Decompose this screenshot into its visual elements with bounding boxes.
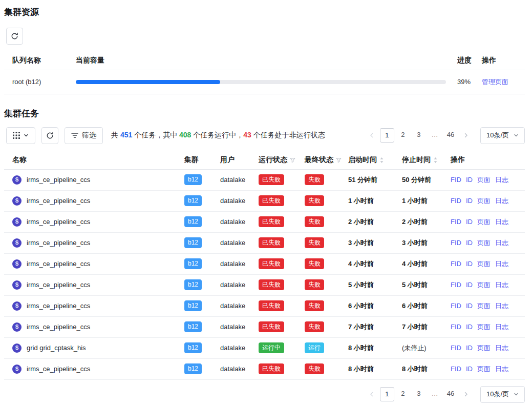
filter-button-label: 筛选: [82, 131, 96, 140]
row-action-link[interactable]: 日志: [495, 301, 508, 311]
page-button-46[interactable]: 46: [443, 128, 458, 143]
next-page-button[interactable]: [459, 388, 473, 401]
cluster-resources-section: 集群资源 队列名称 当前容量 进度 操作 root (b12) 39% 管理页面: [4, 6, 525, 94]
row-action-link[interactable]: FID: [451, 196, 461, 206]
pagination-pages: 123…46: [380, 128, 458, 143]
row-action-link[interactable]: 页面: [477, 280, 491, 290]
task-name: irms_ce_pipeline_ccs: [27, 364, 90, 374]
avatar: S: [12, 364, 22, 374]
prev-page-button[interactable]: [365, 129, 378, 142]
row-action-link[interactable]: 日志: [495, 343, 508, 353]
row-action-link[interactable]: 日志: [495, 238, 508, 248]
run-status-tag: 已失败: [259, 300, 284, 311]
row-action-link[interactable]: ID: [466, 322, 473, 332]
row-action-link[interactable]: FID: [451, 238, 461, 248]
tasks-refresh-button[interactable]: [41, 127, 58, 144]
row-actions: FIDID页面日志: [451, 322, 525, 332]
row-action-link[interactable]: 页面: [477, 175, 491, 185]
row-action-link[interactable]: ID: [466, 259, 473, 269]
row-action-link[interactable]: ID: [466, 301, 473, 311]
row-action-link[interactable]: 日志: [495, 364, 508, 374]
row-action-link[interactable]: ID: [466, 280, 473, 290]
row-action-link[interactable]: FID: [451, 322, 461, 332]
row-action-link[interactable]: 页面: [477, 301, 491, 311]
row-action-link[interactable]: FID: [451, 175, 461, 185]
row-action-link[interactable]: FID: [451, 364, 461, 374]
row-action-link[interactable]: 日志: [495, 196, 508, 206]
row-action-link[interactable]: 日志: [495, 217, 508, 227]
table-row: S irms_ce_pipeline_ccs b12 datalake 已失败 …: [4, 233, 525, 254]
stop-time: 1 小时前: [402, 196, 451, 206]
resources-refresh-button[interactable]: [6, 28, 23, 45]
row-action-link[interactable]: ID: [466, 175, 473, 185]
next-page-button[interactable]: [459, 129, 473, 142]
start-time: 5 小时前: [348, 280, 402, 290]
cluster-cell: b12: [184, 321, 220, 332]
manage-page-link[interactable]: 管理页面: [482, 78, 508, 86]
row-action-link[interactable]: FID: [451, 343, 461, 353]
row-action-link[interactable]: FID: [451, 301, 461, 311]
row-action-link[interactable]: 日志: [495, 322, 508, 332]
user-cell: datalake: [220, 175, 259, 185]
task-name: grid grid_cptask_his: [27, 343, 86, 353]
page-button-2[interactable]: 2: [396, 387, 410, 401]
summary-count-green: 408: [179, 131, 191, 139]
col-start-time: 启动时间: [348, 155, 402, 165]
cluster-tag: b12: [184, 195, 202, 206]
row-action-link[interactable]: 日志: [495, 175, 508, 185]
row-action-link[interactable]: ID: [466, 217, 473, 227]
prev-page-button[interactable]: [365, 388, 378, 401]
run-status-tag: 已失败: [259, 279, 284, 290]
row-action-link[interactable]: ID: [466, 196, 473, 206]
row-action-link[interactable]: 页面: [477, 217, 491, 227]
run-status-cell: 已失败: [259, 216, 305, 227]
page-button-2[interactable]: 2: [396, 128, 410, 143]
row-action-link[interactable]: 页面: [477, 259, 491, 269]
view-switch-button[interactable]: [6, 127, 35, 144]
cluster-resources-title: 集群资源: [4, 6, 525, 18]
cluster-cell: b12: [184, 300, 220, 311]
sort-icon[interactable]: [379, 157, 384, 164]
final-status-cell: 失败: [305, 216, 348, 227]
user-cell: datalake: [220, 280, 259, 290]
page-size-select[interactable]: 10条/页: [480, 127, 525, 144]
cluster-tag: b12: [184, 258, 202, 269]
col-final-status: 最终状态: [305, 155, 348, 165]
start-time: 8 小时前: [348, 364, 402, 374]
row-action-link[interactable]: 日志: [495, 280, 508, 290]
page-button-46[interactable]: 46: [443, 387, 458, 401]
final-status-cell: 失败: [305, 195, 348, 206]
row-action-link[interactable]: 页面: [477, 322, 491, 332]
row-action-link[interactable]: 页面: [477, 196, 491, 206]
row-action-link[interactable]: FID: [451, 280, 461, 290]
final-status-tag: 失败: [305, 195, 324, 206]
summary-text: 共: [111, 131, 120, 139]
funnel-icon[interactable]: [336, 157, 342, 163]
funnel-icon[interactable]: [290, 157, 295, 163]
page-size-select[interactable]: 10条/页: [480, 386, 525, 403]
row-action-link[interactable]: FID: [451, 217, 461, 227]
row-action-link[interactable]: 页面: [477, 238, 491, 248]
page-button-3[interactable]: 3: [412, 387, 426, 401]
row-action-link[interactable]: 页面: [477, 343, 491, 353]
page-button-3[interactable]: 3: [412, 128, 426, 143]
name-cell: S irms_ce_pipeline_ccs: [12, 175, 184, 185]
start-time: 3 小时前: [348, 238, 402, 248]
task-name: irms_ce_pipeline_ccs: [27, 217, 90, 227]
row-action-link[interactable]: 页面: [477, 364, 491, 374]
stop-time: 6 小时前: [402, 301, 451, 311]
run-status-tag: 已失败: [259, 216, 284, 227]
page-button-1[interactable]: 1: [380, 387, 394, 401]
final-status-tag: 失败: [305, 363, 324, 374]
stop-time: (未停止): [402, 343, 451, 353]
row-action-link[interactable]: FID: [451, 259, 461, 269]
row-action-link[interactable]: 日志: [495, 259, 508, 269]
refresh-icon: [11, 32, 18, 40]
row-action-link[interactable]: ID: [466, 343, 473, 353]
cluster-tasks-title: 集群任务: [4, 108, 525, 120]
filter-button[interactable]: 筛选: [65, 127, 103, 144]
sort-icon[interactable]: [433, 157, 438, 164]
page-button-1[interactable]: 1: [380, 128, 394, 143]
row-action-link[interactable]: ID: [466, 364, 473, 374]
row-action-link[interactable]: ID: [466, 238, 473, 248]
